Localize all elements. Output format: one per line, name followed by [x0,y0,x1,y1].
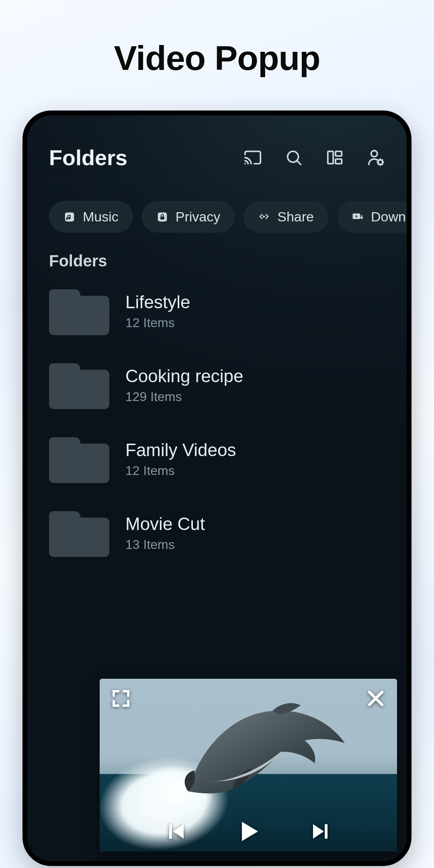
svg-marker-19 [313,824,324,839]
chip-share[interactable]: Share [244,201,328,233]
svg-marker-17 [173,824,184,839]
chip-label: Music [83,209,119,225]
folder-list[interactable]: Lifestyle 12 Items Cooking recipe 129 It… [27,274,407,570]
phone-frame: Folders Music [23,111,411,866]
search-icon[interactable] [285,148,303,167]
svg-point-1 [288,151,299,162]
cast-icon[interactable] [244,148,262,167]
folder-row[interactable]: Movie Cut 13 Items [49,496,385,570]
chip-label: Privacy [176,209,220,225]
close-icon[interactable] [365,688,387,709]
folder-row[interactable]: Cooking recipe 129 Items [49,348,385,422]
filter-chips[interactable]: Music Privacy Share Downloade [27,184,407,245]
svg-rect-10 [160,216,164,219]
app-screen: Folders Music [27,115,407,861]
section-label-folders: Folders [27,245,407,274]
next-icon[interactable] [309,821,331,842]
svg-line-2 [297,161,301,164]
folder-name: Movie Cut [125,514,205,534]
page-title: Video Popup [0,0,434,78]
video-popup[interactable] [100,679,397,852]
chip-privacy[interactable]: Privacy [142,201,235,233]
folder-name: Lifestyle [125,292,190,312]
folder-row[interactable]: Lifestyle 12 Items [49,274,385,348]
share-icon [258,211,270,223]
play-icon[interactable] [235,819,261,844]
lock-icon [156,211,168,223]
folder-count: 12 Items [125,463,236,478]
svg-marker-18 [242,822,258,841]
folder-icon [49,435,109,483]
folder-count: 129 Items [125,389,244,404]
folder-name: Cooking recipe [125,366,244,386]
chip-label: Downloade [371,209,407,225]
account-settings-icon[interactable] [366,148,385,167]
header-title: Folders [49,145,244,170]
chip-downloader[interactable]: Downloade [337,201,407,233]
svg-point-6 [371,151,377,157]
svg-rect-3 [328,151,333,164]
svg-rect-5 [336,159,342,164]
folder-icon [49,361,109,409]
layout-icon[interactable] [326,148,344,167]
svg-rect-20 [325,824,328,839]
music-icon [63,211,76,223]
download-icon [352,211,364,223]
chip-label: Share [277,209,314,225]
header-actions [244,148,385,167]
folder-name: Family Videos [125,440,236,460]
svg-marker-11 [263,215,266,218]
folder-row[interactable]: Family Videos 12 Items [49,422,385,496]
svg-rect-16 [169,824,172,839]
app-header: Folders [27,115,407,184]
previous-icon[interactable] [166,821,187,842]
svg-rect-4 [336,151,342,156]
fullscreen-icon[interactable] [110,688,132,709]
folder-icon [49,509,109,557]
folder-count: 13 Items [125,537,205,552]
folder-icon [49,287,109,335]
folder-count: 12 Items [125,315,190,330]
chip-music[interactable]: Music [49,201,133,233]
